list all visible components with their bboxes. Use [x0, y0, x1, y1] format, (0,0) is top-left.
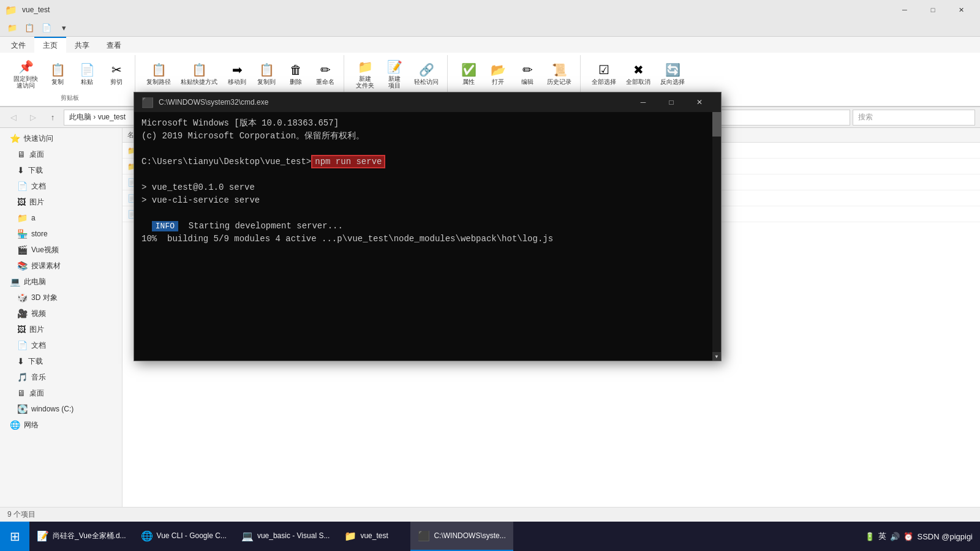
ribbon-btn-invertselect[interactable]: 🔄 反向选择 — [657, 60, 688, 88]
cmd-titlebar: ⬛ C:\WINDOWS\system32\cmd.exe ─ □ ✕ — [134, 92, 721, 112]
sidebar-item-download2[interactable]: ⬇ 下载 — [0, 353, 122, 369]
tab-view[interactable]: 查看 — [98, 37, 130, 53]
docs2-icon: 📄 — [17, 340, 28, 350]
sidebar-item-a[interactable]: 📁 a — [0, 210, 122, 226]
search-bar[interactable]: 搜索 — [853, 110, 975, 126]
ribbon-btn-rename[interactable]: ✏ 重命名 — [312, 60, 339, 88]
ribbon-btn-edit[interactable]: ✏ 编辑 — [514, 60, 541, 88]
cmd-icon: ⬛ — [141, 97, 154, 108]
sidebar-item-windows-c[interactable]: 💽 windows (C:) — [0, 401, 122, 417]
invertselect-icon: 🔄 — [665, 62, 680, 77]
ribbon-btn-pin[interactable]: 📌 固定到快速访问 — [10, 57, 42, 91]
history-icon: 📜 — [552, 62, 567, 77]
up-button[interactable]: ↑ — [44, 109, 61, 126]
minimize-button[interactable]: ─ — [891, 0, 919, 20]
qa-icon1[interactable]: 📁 — [5, 21, 20, 36]
sidebar-item-music[interactable]: 🎵 音乐 — [0, 369, 122, 385]
sidebar-item-docs1[interactable]: 📄 文档 — [0, 178, 122, 194]
ribbon-btn-copypath[interactable]: 📋 复制路径 — [143, 60, 175, 88]
cut-icon: ✂ — [111, 62, 122, 77]
sidebar-item-store[interactable]: 🏪 store — [0, 226, 122, 242]
ribbon-btn-copyto[interactable]: 📋 复制到 — [253, 60, 280, 88]
clock-icon[interactable]: ⏰ — [903, 532, 913, 541]
ribbon-btn-properties[interactable]: ✅ 属性 — [455, 60, 482, 88]
delete-label: 删除 — [290, 78, 302, 85]
sidebar-label-music: 音乐 — [31, 372, 46, 383]
forward-button[interactable]: ▷ — [24, 109, 42, 126]
ribbon-btn-history[interactable]: 📜 历史记录 — [543, 60, 575, 88]
power-icon[interactable]: 🔋 — [865, 532, 875, 541]
copy-icon: 📋 — [50, 62, 66, 77]
sidebar-item-docs2[interactable]: 📄 文档 — [0, 337, 122, 353]
ribbon-btn-easyaccess[interactable]: 🔗 轻松访问 — [410, 60, 442, 88]
ribbon-btn-newitem[interactable]: 📝 新建项目 — [381, 57, 408, 91]
sidebar-label-docs2: 文档 — [31, 340, 46, 351]
ribbon-btn-pasteshortcut[interactable]: 📋 粘贴快捷方式 — [177, 60, 221, 88]
ribbon-btn-copy[interactable]: 📋 复制 — [44, 60, 71, 88]
moveto-label: 移动到 — [228, 78, 246, 85]
cmd-minimize-button[interactable]: ─ — [629, 92, 657, 112]
ribbon-btn-delete[interactable]: 🗑 删除 — [282, 61, 309, 88]
cmd-maximize-button[interactable]: □ — [657, 92, 685, 112]
sidebar-item-videos[interactable]: 🎥 视频 — [0, 305, 122, 321]
ribbon-btn-newfolder[interactable]: 📁 新建文件夹 — [352, 57, 379, 91]
word-icon: 📝 — [37, 530, 49, 542]
sidebar: ⭐ 快速访问 🖥 桌面 ⬇ 下载 📄 文档 🖼 图片 — [0, 128, 123, 507]
ribbon-btn-paste[interactable]: 📄 粘贴 — [74, 60, 100, 88]
qa-dropdown[interactable]: ▾ — [56, 21, 71, 36]
pasteshortcut-label: 粘贴快捷方式 — [181, 78, 217, 85]
sidebar-item-pictures2[interactable]: 🖼 图片 — [0, 321, 122, 337]
taskbar-item-chrome-label: Vue CLI - Google C... — [157, 531, 227, 540]
taskbar-item-cmd[interactable]: ⬛ C:\WINDOWS\syste... — [410, 522, 513, 551]
sidebar-item-3d[interactable]: 🎲 3D 对象 — [0, 290, 122, 305]
start-button[interactable]: ⊞ — [0, 522, 29, 551]
taskbar-item-word[interactable]: 📝 尚硅谷_Vue全家桶.d... — [29, 522, 134, 551]
sidebar-this-computer[interactable]: 💻 此电脑 — [0, 274, 122, 290]
taskbar-item-chrome[interactable]: 🌐 Vue CLI - Google C... — [134, 522, 234, 551]
sidebar-item-download1[interactable]: ⬇ 下载 — [0, 162, 122, 178]
qa-icon3[interactable]: 📄 — [39, 21, 54, 36]
ribbon-btn-deselect[interactable]: ✖ 全部取消 — [622, 60, 654, 88]
sidebar-quick-access[interactable]: ⭐ 快速访问 — [0, 130, 122, 146]
pictures-icon: 🖼 — [17, 197, 26, 207]
network-icon: 🌐 — [10, 420, 20, 430]
cmd-close-button[interactable]: ✕ — [685, 92, 714, 112]
taskbar-item-cmd-label: C:\WINDOWS\syste... — [434, 531, 505, 540]
taskbar-item-vscode[interactable]: 💻 vue_basic - Visual S... — [234, 522, 337, 551]
volume-icon[interactable]: 🔊 — [890, 532, 900, 541]
ribbon-btn-open[interactable]: 📂 打开 — [484, 60, 511, 88]
cmd-body[interactable]: Microsoft Windows [版本 10.0.18363.657] (c… — [134, 112, 721, 361]
paste-label: 粘贴 — [81, 78, 93, 85]
close-button[interactable]: ✕ — [947, 0, 975, 20]
lang-icon[interactable]: 英 — [878, 531, 886, 542]
sidebar-item-pictures1[interactable]: 🖼 图片 — [0, 194, 122, 210]
sidebar-item-coursematerial[interactable]: 📚 授课素材 — [0, 258, 122, 274]
tab-home[interactable]: 主页 — [34, 37, 66, 53]
maximize-button[interactable]: □ — [919, 0, 947, 20]
ribbon-btn-cut[interactable]: ✂ 剪切 — [103, 60, 130, 88]
scrollbar-thumb[interactable] — [712, 112, 721, 137]
quick-access-toolbar: 📁 📋 📄 ▾ — [0, 20, 980, 37]
desktop-icon: 🖥 — [17, 149, 26, 159]
ribbon-btn-selectall[interactable]: ☑ 全部选择 — [588, 60, 620, 88]
tab-share[interactable]: 共享 — [66, 37, 98, 53]
scrollbar-down[interactable]: ▼ — [712, 352, 721, 361]
sidebar-item-desktop2[interactable]: 🖥 桌面 — [0, 385, 122, 401]
back-button[interactable]: ◁ — [5, 109, 22, 126]
qa-icon2[interactable]: 📋 — [22, 21, 37, 36]
sidebar-item-vuevideo[interactable]: 🎬 Vue视频 — [0, 242, 122, 258]
ribbon-btn-moveto[interactable]: ➡ 移动到 — [224, 60, 251, 88]
pictures2-icon: 🖼 — [17, 324, 26, 334]
sidebar-item-desktop1[interactable]: 🖥 桌面 — [0, 146, 122, 162]
cmd-scrollbar[interactable]: ▲ ▼ — [712, 112, 721, 361]
sidebar-network[interactable]: 🌐 网络 — [0, 417, 122, 433]
tab-file[interactable]: 文件 — [2, 37, 34, 53]
ribbon-tabs: 文件 主页 共享 查看 — [0, 37, 980, 53]
taskbar-item-explorer[interactable]: 📁 vue_test — [337, 522, 410, 551]
deselect-label: 全部取消 — [626, 78, 650, 85]
taskbar-items: 📝 尚硅谷_Vue全家桶.d... 🌐 Vue CLI - Google C..… — [29, 522, 858, 551]
taskbar: ⊞ 📝 尚硅谷_Vue全家桶.d... 🌐 Vue CLI - Google C… — [0, 522, 980, 551]
3d-icon: 🎲 — [17, 293, 28, 302]
paste-icon: 📄 — [80, 62, 95, 77]
easyaccess-icon: 🔗 — [419, 62, 434, 77]
